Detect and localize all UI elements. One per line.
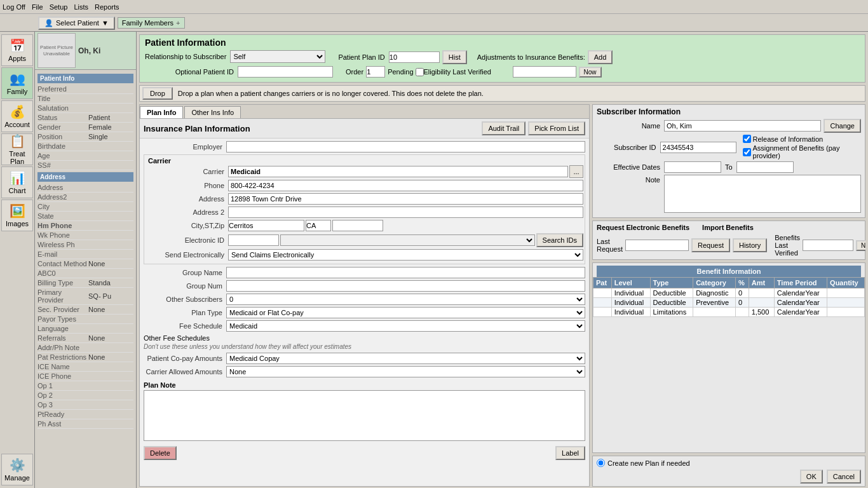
- carrier-name-label: Carrier: [146, 168, 228, 175]
- address-header: Address: [37, 172, 133, 182]
- menu-lists[interactable]: Lists: [74, 3, 88, 11]
- select-patient-btn[interactable]: 👤 Select Patient ▼: [38, 17, 115, 30]
- cancel-button[interactable]: Cancel: [827, 470, 861, 484]
- label-button[interactable]: Label: [555, 446, 585, 460]
- optional-id-input[interactable]: [238, 66, 333, 78]
- drop-button[interactable]: Drop: [142, 87, 173, 100]
- name-label: Name: [597, 122, 660, 130]
- subscriber-name-input[interactable]: [664, 120, 821, 132]
- now-button-eligibility[interactable]: Now: [579, 67, 602, 78]
- cell-type: Deductible: [650, 298, 693, 308]
- add-button[interactable]: Add: [588, 50, 613, 64]
- create-plan-radio[interactable]: [597, 459, 605, 467]
- plan-info-title: Insurance Plan Information: [144, 124, 482, 133]
- field-age: Age: [37, 151, 133, 161]
- field-title: Title: [37, 94, 133, 104]
- release-info-checkbox[interactable]: [743, 135, 751, 143]
- audit-trail-btn[interactable]: Audit Trail: [482, 121, 526, 135]
- request-button[interactable]: Request: [691, 238, 730, 252]
- add-icon: +: [176, 19, 180, 27]
- other-subscribers-select[interactable]: 0: [226, 294, 585, 305]
- tab-other-ins[interactable]: Other Ins Info: [184, 106, 241, 118]
- pending-checkbox[interactable]: [416, 68, 424, 76]
- cell-quantity: [827, 288, 865, 298]
- carrier-name-input[interactable]: [228, 166, 568, 177]
- nav-treat-plan[interactable]: 📋 Treat Plan: [1, 133, 33, 165]
- carrier-allowed-select[interactable]: None: [226, 366, 585, 377]
- nav-chart[interactable]: 📊 Chart: [1, 166, 33, 198]
- cell-level: Individual: [611, 288, 650, 298]
- cell-category: [693, 308, 736, 317]
- menu-setup[interactable]: Setup: [50, 3, 68, 11]
- tab-plan-info[interactable]: Plan Info: [140, 106, 183, 118]
- ok-button[interactable]: OK: [800, 470, 823, 484]
- phone-section: Hm Phone ► Wk Phone ► Wireless Ph E-mail…: [37, 221, 133, 269]
- plan-note-textarea[interactable]: [144, 390, 585, 441]
- field-address: Address: [37, 183, 133, 193]
- nav-account[interactable]: 💰 Account: [1, 100, 33, 132]
- dropdown-arrow: ▼: [102, 19, 109, 27]
- zip-input[interactable]: [332, 220, 383, 231]
- cell-level: Individual: [611, 308, 650, 317]
- nav-family[interactable]: 👥 Family: [1, 67, 33, 99]
- note-textarea[interactable]: [664, 175, 861, 213]
- delete-button[interactable]: Delete: [144, 446, 177, 460]
- group-name-input[interactable]: [226, 267, 585, 278]
- plan-type-select[interactable]: Medicaid or Flat Co-pay: [226, 307, 585, 318]
- electronic-id-select[interactable]: [280, 234, 535, 246]
- col-time-period: Time Period: [774, 278, 827, 288]
- billing-section: ABC0 Billing TypeStanda Primary Provider…: [37, 269, 133, 381]
- relationship-select[interactable]: Self: [230, 50, 325, 63]
- fee-schedule-select[interactable]: Medicaid: [226, 320, 585, 332]
- cell-pct: 0: [736, 298, 749, 308]
- hist-button[interactable]: Hist: [442, 50, 467, 64]
- request-benefits-label: Request Electronic Benefits: [597, 224, 689, 231]
- state-input[interactable]: [306, 220, 331, 231]
- pick-from-list-btn[interactable]: Pick From List: [528, 121, 585, 135]
- treat-plan-label: Treat Plan: [2, 150, 32, 165]
- nav-images[interactable]: 🖼️ Images: [1, 200, 33, 231]
- address2-input[interactable]: [228, 207, 583, 218]
- assignment-checkbox[interactable]: [743, 148, 751, 156]
- group-num-label: Group Num: [144, 282, 226, 290]
- field-wk-phone: Wk Phone ►: [37, 231, 133, 240]
- patient-name-preview: Oh, Ki: [78, 46, 100, 55]
- menu-reports[interactable]: Reports: [95, 3, 119, 11]
- nav-appts[interactable]: 📅 Appts: [1, 34, 33, 66]
- benefits-now-btn[interactable]: Now: [856, 240, 865, 251]
- patient-plan-id-input[interactable]: [389, 51, 440, 63]
- benefits-verified-input[interactable]: [803, 240, 853, 251]
- address2-label: Address 2: [146, 208, 228, 216]
- assignment-label: Assignment of Benefits (pay provider): [753, 144, 861, 159]
- menu-logoff[interactable]: Log Off: [3, 3, 25, 11]
- last-request-input[interactable]: [625, 240, 689, 251]
- order-input[interactable]: [366, 66, 385, 78]
- employer-input[interactable]: [226, 141, 585, 152]
- effective-from-input[interactable]: [664, 161, 721, 173]
- field-birthdate: Birthdate: [37, 142, 133, 151]
- relationship-label: Relationship to Subscriber: [145, 53, 226, 60]
- subscriber-id-input[interactable]: [660, 142, 736, 153]
- create-plan-label: Create new Plan if needed: [607, 459, 690, 467]
- group-num-input[interactable]: [226, 280, 585, 292]
- plan-type-label: Plan Type: [144, 309, 226, 316]
- nav-manage[interactable]: ⚙️ Manage: [1, 454, 33, 485]
- patient-copay-select[interactable]: Medicaid Copay: [226, 353, 585, 364]
- field-preferred: Preferred: [37, 85, 133, 94]
- menu-file[interactable]: File: [32, 3, 43, 11]
- drop-description: Drop a plan when a patient changes carri…: [178, 90, 484, 97]
- search-ids-btn[interactable]: Search IDs: [536, 233, 583, 247]
- carrier-browse-btn[interactable]: ...: [569, 165, 583, 178]
- phone-input[interactable]: [228, 180, 583, 191]
- change-button[interactable]: Change: [824, 119, 861, 133]
- electronic-id-input[interactable]: [228, 234, 279, 246]
- cell-quantity: [827, 308, 865, 317]
- city-input[interactable]: [228, 220, 304, 231]
- address-input[interactable]: [228, 193, 583, 205]
- send-electronically-select[interactable]: Send Claims Electronically: [228, 249, 583, 261]
- family-members-btn[interactable]: Family Members +: [118, 17, 185, 29]
- eligibility-input[interactable]: [513, 66, 576, 78]
- history-button[interactable]: History: [733, 238, 767, 252]
- adjustments-label: Adjustments to Insurance Benefits:: [477, 53, 585, 61]
- effective-to-input[interactable]: [736, 161, 794, 173]
